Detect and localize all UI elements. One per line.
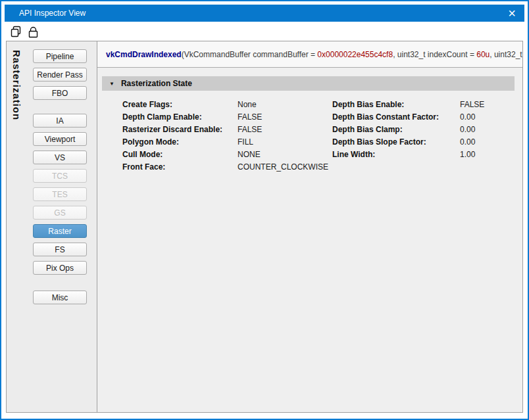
collapse-triangle-icon: ▼ xyxy=(109,81,114,87)
property-label: Depth Clamp Enable: xyxy=(122,112,238,122)
sidebar-group-stages: IA Viewport VS TCS TES GS Raster FS Pix … xyxy=(33,114,87,275)
property-label: Front Face: xyxy=(122,162,238,172)
sidebar-button-pipeline[interactable]: Pipeline xyxy=(33,49,87,63)
property-value: FALSE xyxy=(238,112,332,122)
sidebar-button-fs[interactable]: FS xyxy=(33,243,87,256)
api-inspector-window: API Inspector View × Rasterization Pipel… xyxy=(0,0,529,420)
section-header-rasterization-state[interactable]: ▼ Rasterization State xyxy=(102,76,515,91)
sidebar-button-fbo[interactable]: FBO xyxy=(33,86,87,100)
property-value: FALSE xyxy=(238,125,332,134)
sidebar-button-tcs: TCS xyxy=(33,169,87,183)
sidebar: Rasterization Pipeline Render Pass FBO I… xyxy=(7,41,97,412)
sidebar-button-tes: TES xyxy=(33,187,87,201)
sidebar-button-ia[interactable]: IA xyxy=(33,114,87,128)
property-label: Create Flags: xyxy=(122,100,238,109)
property-label: Depth Bias Enable: xyxy=(332,100,460,109)
copy-icon-svg xyxy=(10,26,22,38)
sidebar-group-framebuffer: Pipeline Render Pass FBO xyxy=(33,49,87,100)
property-row: Cull Mode: NONE xyxy=(122,148,332,160)
lock-icon-svg xyxy=(27,26,39,38)
sidebar-group-misc: Misc xyxy=(33,291,87,304)
property-row: Rasterizer Discard Enable: FALSE xyxy=(122,123,332,135)
property-row: Line Width: 1.00 xyxy=(332,148,484,160)
signature-text: , uint32_t indexCount = xyxy=(393,50,476,59)
property-row: Depth Bias Clamp: 0.00 xyxy=(332,123,484,135)
content-area: Rasterization Pipeline Render Pass FBO I… xyxy=(6,41,523,413)
property-label: Depth Bias Constant Factor: xyxy=(332,112,460,122)
property-row: Depth Bias Enable: FALSE xyxy=(332,98,484,110)
sidebar-button-viewport[interactable]: Viewport xyxy=(33,132,87,146)
api-call-signature: vkCmdDrawIndexed(VkCommandBuffer command… xyxy=(97,41,522,68)
section-title: Rasterization State xyxy=(121,79,192,88)
rasterization-properties: Create Flags: None Depth Clamp Enable: F… xyxy=(97,98,522,173)
signature-function-name: vkCmdDrawIndexed xyxy=(106,50,182,59)
sidebar-button-pix-ops[interactable]: Pix Ops xyxy=(33,261,87,275)
sidebar-button-raster[interactable]: Raster xyxy=(33,224,87,238)
window-title: API Inspector View xyxy=(5,9,86,18)
property-value: None xyxy=(238,100,332,109)
property-value: NONE xyxy=(238,150,332,159)
close-icon[interactable]: × xyxy=(508,7,516,20)
sidebar-button-vs[interactable]: VS xyxy=(33,151,87,164)
sidebar-button-gs: GS xyxy=(33,206,87,220)
property-label: Cull Mode: xyxy=(122,150,238,159)
property-row: Polygon Mode: FILL xyxy=(122,135,332,148)
toolbar xyxy=(5,22,39,41)
property-label: Polygon Mode: xyxy=(122,137,238,147)
signature-value-handle: 0x0000022e455c4cf8 xyxy=(317,50,393,59)
property-value: 0.00 xyxy=(460,125,475,134)
copy-icon[interactable] xyxy=(9,25,22,38)
titlebar[interactable]: API Inspector View × xyxy=(5,5,524,22)
property-value: COUNTER_CLOCKWISE xyxy=(238,162,332,172)
sidebar-button-render-pass[interactable]: Render Pass xyxy=(33,68,87,82)
property-row: Create Flags: None xyxy=(122,98,332,110)
property-value: 0.00 xyxy=(460,137,475,147)
sidebar-button-column: Pipeline Render Pass FBO IA Viewport VS … xyxy=(33,49,87,304)
property-row: Depth Bias Slope Factor: 0.00 xyxy=(332,135,484,148)
property-row: Front Face: COUNTER_CLOCKWISE xyxy=(122,160,332,173)
property-value: 0.00 xyxy=(460,112,475,122)
signature-value-index-count: 60u xyxy=(476,50,490,59)
property-row: Depth Bias Constant Factor: 0.00 xyxy=(332,110,484,123)
sidebar-button-misc[interactable]: Misc xyxy=(33,291,87,304)
property-value: FILL xyxy=(238,137,332,147)
property-label: Depth Bias Clamp: xyxy=(332,125,460,134)
signature-text: (VkCommandBuffer commandBuffer = xyxy=(182,50,318,59)
property-row: Depth Clamp Enable: FALSE xyxy=(122,110,332,123)
main-panel: vkCmdDrawIndexed(VkCommandBuffer command… xyxy=(97,41,522,412)
property-label: Line Width: xyxy=(332,150,460,159)
sidebar-vertical-label: Rasterization xyxy=(11,50,22,120)
property-value: 1.00 xyxy=(460,150,475,159)
lock-icon[interactable] xyxy=(26,25,39,38)
signature-text: , uint32_t instanceCount = xyxy=(490,50,522,59)
properties-left-column: Create Flags: None Depth Clamp Enable: F… xyxy=(122,98,332,173)
property-label: Rasterizer Discard Enable: xyxy=(122,125,238,134)
property-value: FALSE xyxy=(460,100,484,109)
properties-right-column: Depth Bias Enable: FALSE Depth Bias Cons… xyxy=(332,98,484,173)
property-label: Depth Bias Slope Factor: xyxy=(332,137,460,147)
